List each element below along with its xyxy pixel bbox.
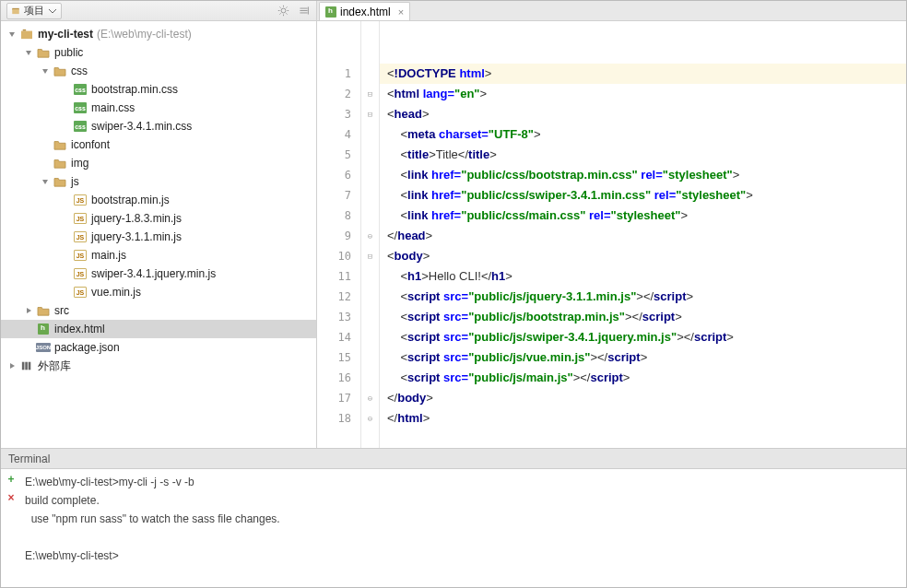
tree-css-file-0[interactable]: cssbootstrap.min.css [1, 80, 316, 99]
tree-js-file-5[interactable]: JSvue.min.js [1, 283, 316, 301]
terminal-line [25, 528, 902, 547]
fold-marker[interactable] [361, 266, 379, 287]
line-number[interactable]: 7 [317, 185, 360, 206]
project-tree[interactable]: my-cli-test(E:\web\my-cli-test)publiccss… [1, 21, 316, 448]
line-number[interactable]: 4 [317, 124, 360, 145]
line-number[interactable]: 11 [317, 266, 360, 287]
tree-root[interactable]: my-cli-test(E:\web\my-cli-test) [1, 25, 316, 43]
code-line[interactable]: <body> [380, 246, 906, 266]
terminal-panel: Terminal + × E:\web\my-cli-test>my-cli -… [1, 449, 906, 587]
tree-css[interactable]: css [1, 62, 316, 80]
tree-package-json[interactable]: JSONpackage.json [1, 338, 316, 357]
terminal-line: E:\web\my-cli-test>my-cli -j -s -v -b [25, 473, 902, 491]
tree-img[interactable]: img [1, 154, 316, 172]
project-view-selector[interactable]: 项目 [6, 3, 62, 19]
line-number[interactable]: 9 [317, 226, 360, 246]
code-line[interactable]: <link href="public/css/bootstrap.min.css… [380, 165, 906, 185]
code-line[interactable]: </body> [380, 388, 906, 408]
terminal-line: use "npm run sass" to watch the sass fil… [25, 510, 902, 528]
fold-marker[interactable]: ⊖ [361, 388, 379, 408]
fold-marker[interactable] [361, 368, 379, 388]
fold-marker[interactable]: ⊟ [361, 104, 379, 124]
line-number[interactable]: 13 [317, 307, 360, 327]
svg-rect-1 [12, 9, 19, 14]
tree-css-file-1[interactable]: cssmain.css [1, 99, 316, 117]
line-number[interactable]: 1 [317, 64, 360, 84]
plus-icon[interactable]: + [5, 473, 18, 486]
line-number[interactable]: 16 [317, 368, 360, 388]
tree-js-file-2[interactable]: JSjquery-3.1.1.min.js [1, 228, 316, 246]
code-line[interactable]: <script src="public/js/bootstrap.min.js"… [380, 307, 906, 327]
collapse-icon[interactable] [296, 4, 311, 18]
line-number-gutter[interactable]: 123456789101112131415161718 [317, 21, 361, 448]
line-number[interactable]: 6 [317, 165, 360, 185]
editor-tabbar: index.html × [317, 1, 906, 21]
tree-index-html[interactable]: index.html [1, 320, 316, 338]
tab-index-html[interactable]: index.html × [319, 2, 410, 20]
code-line[interactable]: </head> [380, 226, 906, 246]
code-line[interactable]: <title>Title</title> [380, 145, 906, 165]
close-icon[interactable]: × [398, 6, 404, 18]
close-icon[interactable]: × [5, 491, 18, 504]
terminal-toolbar: + × [1, 469, 21, 587]
tree-public[interactable]: public [1, 43, 316, 62]
fold-marker[interactable]: ⊟ [361, 246, 379, 266]
tree-css-file-2[interactable]: cssswiper-3.4.1.min.css [1, 117, 316, 135]
fold-marker[interactable] [361, 327, 379, 347]
line-number[interactable]: 8 [317, 206, 360, 226]
fold-marker[interactable]: ⊖ [361, 226, 379, 246]
fold-marker[interactable] [361, 64, 379, 84]
code-line[interactable]: </html> [380, 408, 906, 429]
tab-label: index.html [340, 6, 391, 18]
line-number[interactable]: 5 [317, 145, 360, 165]
terminal-header[interactable]: Terminal [1, 449, 906, 469]
line-number[interactable]: 2 [317, 84, 360, 104]
fold-marker[interactable] [361, 185, 379, 206]
line-number[interactable]: 14 [317, 327, 360, 347]
fold-marker[interactable]: ⊟ [361, 84, 379, 104]
fold-marker[interactable] [361, 165, 379, 185]
line-number[interactable]: 10 [317, 246, 360, 266]
fold-marker[interactable] [361, 124, 379, 145]
line-number[interactable]: 17 [317, 388, 360, 408]
tree-iconfont[interactable]: iconfont [1, 135, 316, 154]
code-line[interactable]: <h1>Hello CLI!</h1> [380, 266, 906, 287]
code-area[interactable]: <!DOCTYPE html><html lang="en"><head> <m… [380, 21, 906, 448]
tree-js[interactable]: js [1, 172, 316, 191]
code-line[interactable]: <script src="public/js/swiper-3.4.1.jque… [380, 327, 906, 347]
code-line[interactable]: <script src="public/js/jquery-3.1.1.min.… [380, 287, 906, 307]
fold-marker[interactable]: ⊖ [361, 408, 379, 429]
tree-js-file-4[interactable]: JSswiper-3.4.1.jquery.min.js [1, 265, 316, 283]
code-line[interactable]: <script src="public/js/vue.min.js"></scr… [380, 347, 906, 368]
fold-marker[interactable] [361, 145, 379, 165]
code-line[interactable]: <!DOCTYPE html> [380, 64, 906, 84]
line-number[interactable]: 12 [317, 287, 360, 307]
editor-body: 123456789101112131415161718 ⊟⊟⊖⊟⊖⊖ <!DOC… [317, 21, 906, 448]
fold-gutter[interactable]: ⊟⊟⊖⊟⊖⊖ [361, 21, 380, 448]
code-line[interactable]: <head> [380, 104, 906, 124]
svg-point-2 [281, 8, 286, 13]
fold-marker[interactable] [361, 206, 379, 226]
gear-icon[interactable] [276, 4, 290, 18]
terminal-output[interactable]: E:\web\my-cli-test>my-cli -j -s -v -bbui… [21, 469, 906, 587]
code-line[interactable]: <html lang="en"> [380, 84, 906, 104]
tree-js-file-1[interactable]: JSjquery-1.8.3.min.js [1, 209, 316, 228]
fold-marker[interactable] [361, 307, 379, 327]
code-line[interactable]: <link href="public/css/main.css" rel="st… [380, 206, 906, 226]
code-line[interactable]: <link href="public/css/swiper-3.4.1.min.… [380, 185, 906, 206]
editor-area: index.html × 123456789101112131415161718… [317, 1, 906, 448]
line-number[interactable]: 3 [317, 104, 360, 124]
fold-marker[interactable] [361, 347, 379, 368]
tree-external-libs[interactable]: 外部库 [1, 357, 316, 375]
code-line[interactable]: <meta charset="UTF-8"> [380, 124, 906, 145]
line-number[interactable]: 15 [317, 347, 360, 368]
code-line[interactable]: <script src="public/js/main.js"></script… [380, 368, 906, 388]
svg-rect-3 [21, 31, 32, 40]
line-number[interactable]: 18 [317, 408, 360, 429]
tree-js-file-3[interactable]: JSmain.js [1, 246, 316, 265]
fold-marker[interactable] [361, 287, 379, 307]
tree-js-file-0[interactable]: JSbootstrap.min.js [1, 191, 316, 209]
terminal-line: build complete. [25, 491, 902, 510]
project-sidebar: 项目 my-cli-test(E:\web\my-cli-test)public… [1, 1, 317, 448]
tree-src[interactable]: src [1, 301, 316, 320]
